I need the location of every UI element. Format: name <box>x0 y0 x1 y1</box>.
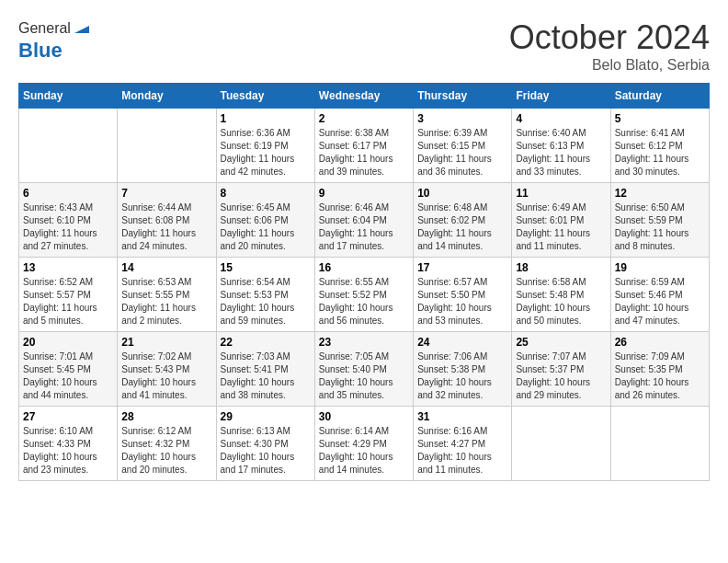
day-info: Sunrise: 6:53 AM Sunset: 5:55 PM Dayligh… <box>121 276 211 327</box>
calendar-cell: 8Sunrise: 6:45 AM Sunset: 6:06 PM Daylig… <box>216 183 314 258</box>
day-number: 20 <box>23 336 113 349</box>
day-number: 14 <box>121 261 211 274</box>
day-info: Sunrise: 6:39 AM Sunset: 6:15 PM Dayligh… <box>417 127 507 178</box>
day-number: 18 <box>516 261 606 274</box>
day-info: Sunrise: 6:50 AM Sunset: 5:59 PM Dayligh… <box>615 201 705 253</box>
calendar-cell: 28Sunrise: 6:12 AM Sunset: 4:32 PM Dayli… <box>118 407 216 481</box>
day-number: 31 <box>417 410 507 423</box>
calendar-cell: 4Sunrise: 6:40 AM Sunset: 6:13 PM Daylig… <box>512 109 610 183</box>
calendar-cell: 16Sunrise: 6:55 AM Sunset: 5:52 PM Dayli… <box>314 258 413 332</box>
day-info: Sunrise: 6:57 AM Sunset: 5:50 PM Dayligh… <box>417 276 507 327</box>
day-header-sunday: Sunday <box>19 84 118 109</box>
calendar-cell: 23Sunrise: 7:05 AM Sunset: 5:40 PM Dayli… <box>314 332 413 407</box>
day-info: Sunrise: 6:45 AM Sunset: 6:06 PM Dayligh… <box>221 201 311 253</box>
day-info: Sunrise: 6:49 AM Sunset: 6:01 PM Dayligh… <box>516 201 606 253</box>
day-info: Sunrise: 6:59 AM Sunset: 5:46 PM Dayligh… <box>615 276 705 327</box>
calendar-cell: 7Sunrise: 6:44 AM Sunset: 6:08 PM Daylig… <box>118 183 216 258</box>
calendar-cell: 13Sunrise: 6:52 AM Sunset: 5:57 PM Dayli… <box>19 258 118 332</box>
day-header-tuesday: Tuesday <box>216 84 314 109</box>
calendar-cell: 22Sunrise: 7:03 AM Sunset: 5:41 PM Dayli… <box>216 332 314 407</box>
calendar-week-row: 1Sunrise: 6:36 AM Sunset: 6:19 PM Daylig… <box>19 109 710 183</box>
logo-blue-text: Blue <box>18 39 63 62</box>
calendar-cell: 21Sunrise: 7:02 AM Sunset: 5:43 PM Dayli… <box>118 332 216 407</box>
day-info: Sunrise: 6:13 AM Sunset: 4:30 PM Dayligh… <box>221 425 311 477</box>
day-number: 26 <box>615 336 705 349</box>
calendar-cell: 17Sunrise: 6:57 AM Sunset: 5:50 PM Dayli… <box>414 258 512 332</box>
day-info: Sunrise: 6:55 AM Sunset: 5:52 PM Dayligh… <box>319 276 409 327</box>
day-number: 13 <box>23 261 113 274</box>
day-number: 19 <box>615 261 705 274</box>
day-info: Sunrise: 7:09 AM Sunset: 5:35 PM Dayligh… <box>615 350 705 402</box>
calendar-cell: 1Sunrise: 6:36 AM Sunset: 6:19 PM Daylig… <box>216 109 314 183</box>
day-number: 1 <box>221 112 311 125</box>
calendar-cell: 15Sunrise: 6:54 AM Sunset: 5:53 PM Dayli… <box>216 258 314 332</box>
calendar-cell <box>19 109 118 183</box>
calendar-cell: 31Sunrise: 6:16 AM Sunset: 4:27 PM Dayli… <box>414 407 512 481</box>
day-info: Sunrise: 6:46 AM Sunset: 6:04 PM Dayligh… <box>319 201 409 253</box>
day-number: 25 <box>516 336 606 349</box>
calendar-cell: 14Sunrise: 6:53 AM Sunset: 5:55 PM Dayli… <box>118 258 216 332</box>
day-info: Sunrise: 7:01 AM Sunset: 5:45 PM Dayligh… <box>23 350 113 402</box>
calendar-cell: 20Sunrise: 7:01 AM Sunset: 5:45 PM Dayli… <box>19 332 118 407</box>
day-number: 29 <box>221 410 311 423</box>
page-header: General Blue October 2024 Belo Blato, Se… <box>18 18 710 74</box>
calendar-cell: 6Sunrise: 6:43 AM Sunset: 6:10 PM Daylig… <box>19 183 118 258</box>
calendar-cell: 5Sunrise: 6:41 AM Sunset: 6:12 PM Daylig… <box>610 109 709 183</box>
day-number: 2 <box>319 112 409 125</box>
svg-marker-0 <box>74 26 89 33</box>
day-number: 24 <box>417 336 507 349</box>
calendar-week-row: 27Sunrise: 6:10 AM Sunset: 4:33 PM Dayli… <box>19 407 710 481</box>
day-header-thursday: Thursday <box>414 84 512 109</box>
calendar-header-row: SundayMondayTuesdayWednesdayThursdayFrid… <box>19 84 710 109</box>
logo-general-text: General <box>18 20 71 37</box>
day-header-monday: Monday <box>118 84 216 109</box>
day-info: Sunrise: 6:16 AM Sunset: 4:27 PM Dayligh… <box>417 425 507 477</box>
day-info: Sunrise: 7:02 AM Sunset: 5:43 PM Dayligh… <box>121 350 211 402</box>
day-info: Sunrise: 6:52 AM Sunset: 5:57 PM Dayligh… <box>23 276 113 327</box>
day-number: 12 <box>615 187 705 200</box>
day-info: Sunrise: 6:48 AM Sunset: 6:02 PM Dayligh… <box>417 201 507 253</box>
day-header-friday: Friday <box>512 84 610 109</box>
day-number: 21 <box>121 336 211 349</box>
day-info: Sunrise: 7:05 AM Sunset: 5:40 PM Dayligh… <box>319 350 409 402</box>
calendar-cell: 25Sunrise: 7:07 AM Sunset: 5:37 PM Dayli… <box>512 332 610 407</box>
day-info: Sunrise: 6:41 AM Sunset: 6:12 PM Dayligh… <box>615 127 705 178</box>
day-info: Sunrise: 6:10 AM Sunset: 4:33 PM Dayligh… <box>23 425 113 477</box>
day-info: Sunrise: 6:14 AM Sunset: 4:29 PM Dayligh… <box>319 425 409 477</box>
day-number: 6 <box>23 187 113 200</box>
logo: General Blue <box>18 18 89 63</box>
day-number: 15 <box>221 261 311 274</box>
day-number: 3 <box>417 112 507 125</box>
location: Belo Blato, Serbia <box>509 57 710 74</box>
calendar-week-row: 13Sunrise: 6:52 AM Sunset: 5:57 PM Dayli… <box>19 258 710 332</box>
day-number: 23 <box>319 336 409 349</box>
calendar-table: SundayMondayTuesdayWednesdayThursdayFrid… <box>18 83 710 481</box>
day-info: Sunrise: 7:06 AM Sunset: 5:38 PM Dayligh… <box>417 350 507 402</box>
calendar-cell: 30Sunrise: 6:14 AM Sunset: 4:29 PM Dayli… <box>314 407 413 481</box>
day-header-wednesday: Wednesday <box>314 84 413 109</box>
calendar-cell: 29Sunrise: 6:13 AM Sunset: 4:30 PM Dayli… <box>216 407 314 481</box>
day-number: 17 <box>417 261 507 274</box>
day-info: Sunrise: 7:03 AM Sunset: 5:41 PM Dayligh… <box>221 350 311 402</box>
day-number: 5 <box>615 112 705 125</box>
day-info: Sunrise: 6:54 AM Sunset: 5:53 PM Dayligh… <box>221 276 311 327</box>
day-info: Sunrise: 6:12 AM Sunset: 4:32 PM Dayligh… <box>121 425 211 477</box>
calendar-cell: 9Sunrise: 6:46 AM Sunset: 6:04 PM Daylig… <box>314 183 413 258</box>
day-number: 9 <box>319 187 409 200</box>
day-number: 16 <box>319 261 409 274</box>
title-section: October 2024 Belo Blato, Serbia <box>509 18 710 74</box>
calendar-cell <box>610 407 709 481</box>
calendar-cell: 3Sunrise: 6:39 AM Sunset: 6:15 PM Daylig… <box>414 109 512 183</box>
logo-arrow-icon <box>73 18 89 35</box>
day-info: Sunrise: 7:07 AM Sunset: 5:37 PM Dayligh… <box>516 350 606 402</box>
day-number: 30 <box>319 410 409 423</box>
calendar-cell: 24Sunrise: 7:06 AM Sunset: 5:38 PM Dayli… <box>414 332 512 407</box>
calendar-cell: 18Sunrise: 6:58 AM Sunset: 5:48 PM Dayli… <box>512 258 610 332</box>
day-number: 11 <box>516 187 606 200</box>
day-number: 27 <box>23 410 113 423</box>
calendar-week-row: 6Sunrise: 6:43 AM Sunset: 6:10 PM Daylig… <box>19 183 710 258</box>
calendar-cell: 19Sunrise: 6:59 AM Sunset: 5:46 PM Dayli… <box>610 258 709 332</box>
calendar-week-row: 20Sunrise: 7:01 AM Sunset: 5:45 PM Dayli… <box>19 332 710 407</box>
day-number: 4 <box>516 112 606 125</box>
day-header-saturday: Saturday <box>610 84 709 109</box>
